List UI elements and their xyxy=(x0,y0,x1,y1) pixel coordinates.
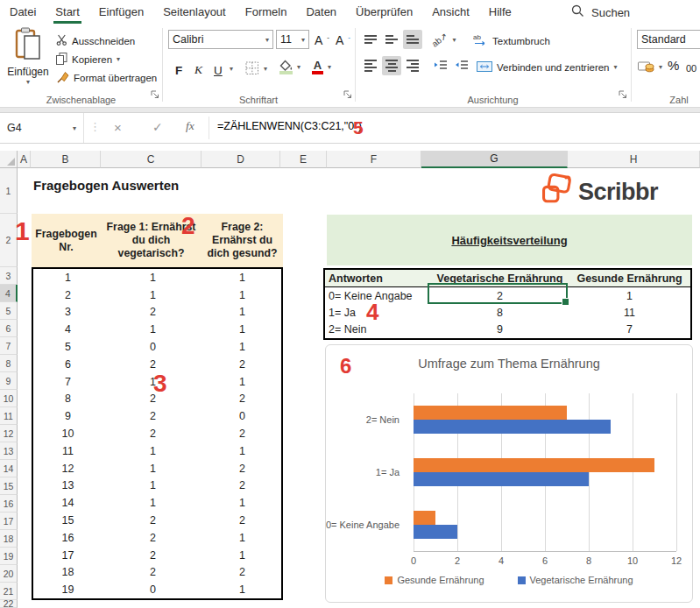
fill-color-button[interactable]: ▾ xyxy=(279,59,301,75)
survey-cell-r9-c1[interactable]: 2 xyxy=(103,407,203,425)
survey-cell-r12-c0[interactable]: 12 xyxy=(33,460,103,477)
italic-button[interactable]: K xyxy=(194,58,202,77)
survey-cell-r1-c2[interactable]: 1 xyxy=(203,269,281,286)
tab-daten[interactable]: Daten xyxy=(296,0,346,25)
column-header-E[interactable]: E xyxy=(280,151,327,168)
tab-hilfe[interactable]: Hilfe xyxy=(479,0,521,25)
tab-formeln[interactable]: Formeln xyxy=(236,0,297,25)
survey-cell-r14-c0[interactable]: 14 xyxy=(33,494,103,512)
frequency-title-band[interactable]: Häufigkeitsverteilung xyxy=(327,215,692,265)
number-format-select[interactable]: Standard xyxy=(637,30,700,49)
legend-item[interactable]: Vegetarische Ernährung xyxy=(518,575,633,585)
survey-header-cell-0[interactable]: Fragebogen Nr. xyxy=(32,214,101,267)
survey-cell-r2-c0[interactable]: 2 xyxy=(33,286,103,304)
column-header-D[interactable]: D xyxy=(202,151,280,168)
survey-cell-r13-c0[interactable]: 13 xyxy=(33,477,103,494)
survey-cell-r4-c1[interactable]: 1 xyxy=(103,321,203,338)
legend-item[interactable]: Gesunde Ernährung xyxy=(385,575,484,585)
frequency-header-cell-2[interactable]: Gesunde Ernährung xyxy=(569,270,690,286)
bold-button[interactable]: F xyxy=(175,58,182,77)
align-middle-button[interactable] xyxy=(382,30,401,49)
column-header-A[interactable]: A xyxy=(18,151,31,168)
survey-cell-r16-c2[interactable]: 1 xyxy=(203,529,281,547)
survey-cell-r8-c2[interactable]: 2 xyxy=(203,391,281,408)
increase-font-button[interactable]: Aˆ xyxy=(315,32,329,48)
survey-cell-r12-c2[interactable]: 2 xyxy=(203,460,281,477)
survey-cell-r12-c1[interactable]: 1 xyxy=(103,460,203,477)
bar-gesunde-1= Ja[interactable] xyxy=(414,458,654,472)
survey-cell-r19-c0[interactable]: 19 xyxy=(33,581,103,598)
survey-cell-r18-c2[interactable]: 2 xyxy=(203,563,281,581)
copy-button[interactable]: Kopieren ▾ xyxy=(56,51,120,67)
survey-header-cell-2[interactable]: Frage 2: Ernährst du dich gesund? xyxy=(202,214,283,267)
align-right-button[interactable] xyxy=(403,56,422,75)
survey-cell-r10-c1[interactable]: 2 xyxy=(103,425,203,442)
survey-cell-r5-c1[interactable]: 0 xyxy=(103,338,203,356)
survey-cell-r19-c2[interactable]: 1 xyxy=(203,581,281,598)
survey-cell-r10-c2[interactable]: 2 xyxy=(203,425,281,442)
survey-cell-r7-c2[interactable]: 1 xyxy=(203,373,281,391)
tab-überprüfen[interactable]: Überprüfen xyxy=(346,0,422,25)
survey-cell-r17-c0[interactable]: 17 xyxy=(33,547,103,564)
survey-cell-r11-c0[interactable]: 11 xyxy=(33,442,103,460)
bar-vegetarische-1= Ja[interactable] xyxy=(414,472,589,486)
frequency-header-cell-1[interactable]: Vegetarische Ernährung xyxy=(431,270,569,286)
name-box[interactable]: G4 ▾ xyxy=(0,113,84,143)
frequency-cell-r1-c1[interactable]: 8 xyxy=(431,304,569,321)
survey-cell-r5-c0[interactable]: 5 xyxy=(33,338,103,356)
align-top-button[interactable] xyxy=(361,30,380,49)
font-name-select[interactable]: Calibri▾ xyxy=(168,30,273,49)
decrease-indent-button[interactable] xyxy=(431,56,450,75)
survey-cell-r3-c1[interactable]: 2 xyxy=(103,304,203,322)
align-bottom-button[interactable] xyxy=(403,30,422,49)
survey-cell-r13-c1[interactable]: 1 xyxy=(103,477,203,494)
survey-cell-r11-c2[interactable]: 1 xyxy=(203,442,281,460)
survey-cell-r16-c0[interactable]: 16 xyxy=(33,529,103,547)
select-all-corner[interactable] xyxy=(0,151,18,168)
frequency-cell-r1-c2[interactable]: 11 xyxy=(569,304,690,321)
survey-cell-r6-c0[interactable]: 6 xyxy=(33,356,103,373)
column-header-B[interactable]: B xyxy=(31,151,101,168)
column-header-G[interactable]: G xyxy=(421,151,568,168)
survey-table-body[interactable]: 1112113214115016227118229201022111112121… xyxy=(32,267,283,600)
paste-button[interactable]: Einfügen ▾ xyxy=(4,27,52,92)
frequency-cell-r0-c2[interactable]: 1 xyxy=(569,287,690,304)
survey-cell-r15-c0[interactable]: 15 xyxy=(33,512,103,529)
column-header-H[interactable]: H xyxy=(568,151,700,168)
survey-cell-r9-c2[interactable]: 0 xyxy=(203,407,281,425)
survey-cell-r14-c1[interactable]: 1 xyxy=(103,494,203,512)
survey-cell-r15-c2[interactable]: 2 xyxy=(203,512,281,529)
decrease-font-button[interactable]: Aˇ xyxy=(336,32,350,48)
survey-table-header[interactable]: Fragebogen Nr.Frage 1: Ernährst du dich … xyxy=(32,214,283,267)
survey-cell-r5-c2[interactable]: 1 xyxy=(203,338,281,356)
survey-cell-r18-c1[interactable]: 2 xyxy=(103,563,203,581)
accounting-format-button[interactable]: ▾ xyxy=(638,59,662,75)
tab-datei[interactable]: Datei xyxy=(0,0,46,25)
alignment-dialog-launcher-icon[interactable] xyxy=(619,87,627,103)
survey-cell-r4-c0[interactable]: 4 xyxy=(33,321,103,338)
align-left-button[interactable] xyxy=(361,56,380,75)
tab-einfügen[interactable]: Einfügen xyxy=(89,0,153,25)
merge-center-button[interactable]: Verbinden und zentrieren ▾ xyxy=(477,59,618,75)
survey-cell-r4-c2[interactable]: 1 xyxy=(203,321,281,338)
orientation-button[interactable]: ab↗▾ xyxy=(431,32,456,48)
survey-cell-r6-c2[interactable]: 2 xyxy=(203,356,281,373)
confirm-icon[interactable]: ✓ xyxy=(152,120,163,134)
survey-cell-r16-c1[interactable]: 2 xyxy=(103,529,203,547)
font-dialog-launcher-icon[interactable] xyxy=(343,87,352,103)
sheet-title[interactable]: Fragebogen Auswerten xyxy=(33,178,179,193)
bar-vegetarische-0= Keine Angabe[interactable] xyxy=(414,525,457,539)
bar-vegetarische-2= Nein[interactable] xyxy=(414,420,611,434)
survey-cell-r14-c2[interactable]: 1 xyxy=(203,494,281,512)
bar-gesunde-2= Nein[interactable] xyxy=(414,406,567,420)
tab-seitenlayout[interactable]: Seitenlayout xyxy=(153,0,236,25)
worksheet[interactable]: 12345678910111213141516171819202122 Frag… xyxy=(0,168,700,608)
formula-input[interactable]: =ZÄHLENWENN(C3:C21,"0") xyxy=(217,120,362,132)
survey-cell-r9-c0[interactable]: 9 xyxy=(33,407,103,425)
survey-cell-r13-c2[interactable]: 2 xyxy=(203,477,281,494)
survey-cell-r3-c2[interactable]: 1 xyxy=(203,304,281,322)
underline-button[interactable]: U xyxy=(214,58,223,77)
chart-title[interactable]: Umfrage zum Thema Ernährung xyxy=(326,357,692,371)
survey-cell-r1-c0[interactable]: 1 xyxy=(33,269,103,286)
font-size-select[interactable]: 11▾ xyxy=(276,30,309,49)
